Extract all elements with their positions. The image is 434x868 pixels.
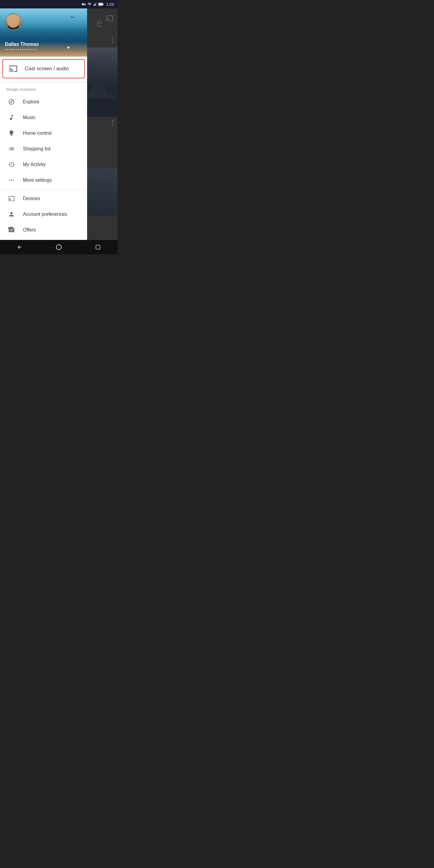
cast-screen-icon	[9, 64, 18, 73]
dropdown-arrow-icon[interactable]: ▼	[66, 45, 70, 50]
user-email: •••••••••••••••	[5, 48, 37, 52]
sidebar-item-devices[interactable]: Devices	[0, 191, 87, 207]
offers-label: Offers	[23, 227, 36, 233]
svg-point-15	[56, 245, 61, 250]
status-bar: 1:23	[0, 0, 118, 8]
menu-items: Explore Music Home control	[0, 94, 87, 240]
music-label: Music	[23, 115, 36, 120]
sidebar-item-my-activity[interactable]: My Activity	[0, 157, 87, 173]
compass-icon	[6, 96, 17, 107]
sidebar-item-shopping-list[interactable]: Shopping list	[0, 141, 87, 157]
account-preferences-label: Account preferences	[23, 212, 67, 217]
navigation-bar	[0, 240, 118, 254]
more-dots-icon	[6, 175, 17, 186]
svg-rect-1	[94, 4, 95, 6]
home-control-label: Home control	[23, 130, 52, 136]
sidebar-item-home-control[interactable]: Home control	[0, 125, 87, 141]
devices-label: Devices	[23, 196, 40, 201]
wifi-icon	[87, 2, 92, 6]
svg-point-14	[13, 180, 14, 181]
explore-label: Explore	[23, 99, 39, 104]
home-button[interactable]	[50, 241, 68, 253]
sidebar-item-explore[interactable]: Explore	[0, 94, 87, 110]
shopping-list-label: Shopping list	[23, 146, 51, 152]
avatar-face	[5, 14, 21, 30]
sidebar-item-account-preferences[interactable]: Account preferences	[0, 207, 87, 222]
svg-rect-2	[95, 4, 95, 6]
key-icon	[82, 2, 86, 6]
offers-icon	[6, 224, 17, 236]
user-name: Dallas Thomas	[5, 41, 39, 47]
svg-rect-16	[96, 245, 100, 249]
music-icon	[6, 112, 17, 123]
sidebar-item-offers[interactable]: Offers	[0, 222, 87, 238]
svg-point-13	[11, 180, 12, 181]
divider-2	[0, 189, 87, 190]
sidebar-item-music[interactable]: Music	[0, 110, 87, 125]
signal-icon	[93, 2, 97, 6]
account-icon	[6, 209, 17, 220]
bird-silhouette: 〜	[70, 14, 75, 21]
svg-rect-5	[103, 4, 103, 5]
svg-rect-0	[93, 5, 94, 6]
back-button[interactable]	[10, 241, 29, 253]
svg-rect-6	[98, 3, 102, 5]
more-settings-label: More settings	[23, 178, 52, 183]
drawer-header: 〜 Dallas Thomas ••••••••••••••• ▼	[0, 8, 87, 57]
avatar	[5, 13, 22, 30]
status-time: 1:23	[106, 2, 114, 7]
navigation-drawer: 〜 Dallas Thomas ••••••••••••••• ▼ Cast s…	[0, 8, 87, 240]
history-icon	[6, 159, 17, 170]
sidebar-item-how-to-cast[interactable]: How to cast	[0, 238, 87, 240]
battery-icon	[98, 2, 104, 6]
recents-button[interactable]	[89, 241, 107, 253]
lightbulb-icon	[6, 128, 17, 138]
section-label-assistant: Google Assistant	[0, 84, 87, 94]
cast-label: Cast screen / audio	[25, 66, 69, 72]
svg-point-12	[9, 180, 10, 181]
my-activity-label: My Activity	[23, 162, 46, 167]
svg-rect-3	[96, 3, 96, 6]
status-icons: 1:23	[82, 2, 114, 7]
list-icon	[6, 144, 17, 154]
avatar-head	[7, 16, 19, 28]
cast-screen-audio-button[interactable]: Cast screen / audio	[2, 59, 85, 79]
divider-1	[0, 82, 87, 82]
drawer-overlay: 〜 Dallas Thomas ••••••••••••••• ▼ Cast s…	[0, 8, 118, 240]
sidebar-item-more-settings[interactable]: More settings	[0, 173, 87, 188]
devices-icon	[6, 193, 17, 204]
